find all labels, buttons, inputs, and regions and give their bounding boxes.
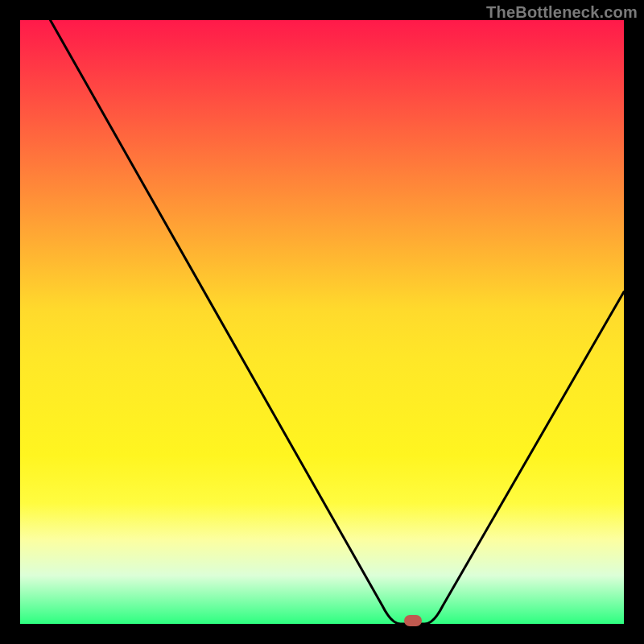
bottleneck-curve	[20, 20, 624, 624]
watermark-text: TheBottleneck.com	[486, 3, 638, 22]
chart-plot-area	[20, 20, 624, 624]
optimal-point-marker	[404, 615, 422, 626]
